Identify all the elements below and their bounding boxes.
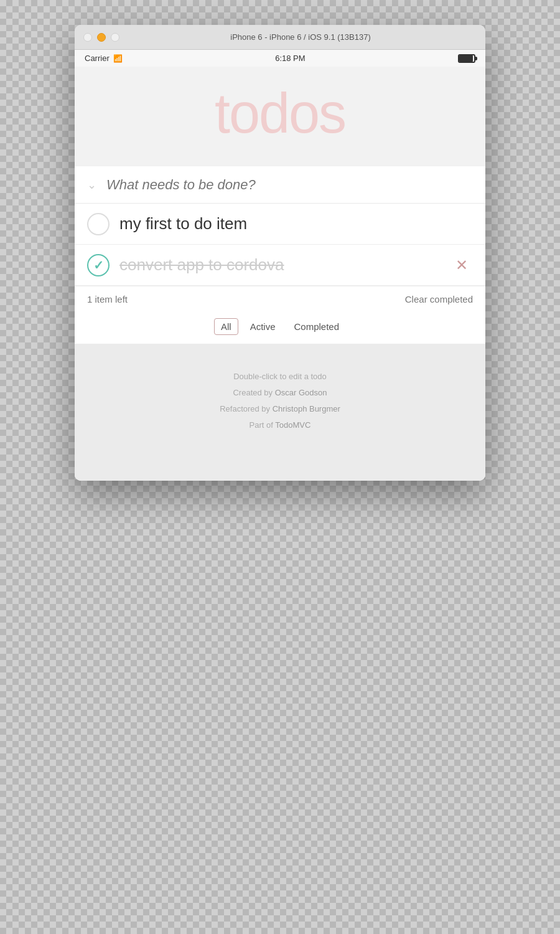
info-part-prefix: Part of [250, 420, 276, 430]
maximize-button[interactable] [111, 33, 119, 42]
mac-titlebar: iPhone 6 - iPhone 6 / iOS 9.1 (13B137) [75, 25, 485, 50]
info-created-author: Oscar Godson [275, 388, 327, 397]
iphone-frame: Carrier 📶 6:18 PM todos ⌄ my first to do… [75, 50, 485, 481]
checkmark-icon: ✓ [93, 258, 104, 273]
items-left: 1 item left [87, 294, 128, 304]
info-line-2: Created by Oscar Godson [87, 385, 473, 401]
filters-bar: All Active Completed [75, 312, 485, 344]
app-header: todos [75, 67, 485, 166]
chevron-down-icon: ⌄ [87, 178, 96, 192]
info-line-3: Refactored by Christoph Burgmer [87, 401, 473, 417]
new-todo-area: ⌄ [75, 166, 485, 204]
todo-checkbox-1[interactable] [87, 213, 110, 235]
todo-footer: 1 item left Clear completed [75, 286, 485, 312]
status-time: 6:18 PM [275, 54, 305, 63]
todo-checkbox-2[interactable]: ✓ [87, 254, 110, 276]
new-todo-input[interactable] [106, 177, 473, 193]
todo-text-2: convert app to cordova [119, 255, 450, 275]
info-line-1: Double-click to edit a todo [87, 369, 473, 385]
window-title: iPhone 6 - iPhone 6 / iOS 9.1 (13B137) [124, 32, 477, 42]
app-title: todos [87, 85, 473, 141]
info-refactored-author: Christoph Burgmer [273, 404, 340, 413]
info-refactored-prefix: Refactored by [220, 404, 273, 413]
carrier-label: Carrier [85, 54, 110, 63]
delete-button-2[interactable]: ✕ [450, 252, 473, 279]
status-left: Carrier 📶 [85, 54, 123, 63]
info-line-4: Part of TodoMVC [87, 417, 473, 433]
info-todomvc-link[interactable]: TodoMVC [275, 420, 310, 430]
battery-fill [459, 55, 473, 62]
ios-statusbar: Carrier 📶 6:18 PM [75, 50, 485, 67]
todo-item-2: ✓ convert app to cordova ✕ [75, 245, 485, 286]
mac-window: iPhone 6 - iPhone 6 / iOS 9.1 (13B137) C… [75, 25, 485, 481]
clear-completed-button[interactable]: Clear completed [405, 294, 473, 304]
close-button[interactable] [83, 33, 92, 42]
wifi-icon: 📶 [113, 54, 123, 63]
todo-item-1: my first to do item [75, 204, 485, 245]
info-created-prefix: Created by [233, 388, 274, 397]
minimize-button[interactable] [97, 33, 106, 42]
todo-list: my first to do item ✓ convert app to cor… [75, 204, 485, 286]
todo-text-1: my first to do item [119, 214, 473, 234]
app-info: Double-click to edit a todo Created by O… [75, 344, 485, 481]
filter-active-button[interactable]: Active [243, 318, 282, 335]
filter-all-button[interactable]: All [214, 318, 238, 335]
battery-icon [458, 54, 475, 63]
filter-completed-button[interactable]: Completed [287, 318, 346, 335]
